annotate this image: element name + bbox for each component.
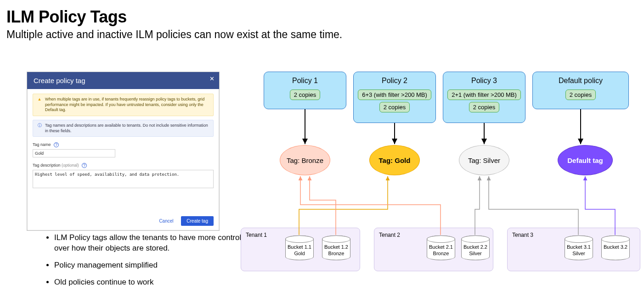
policy-rule-chip: 2 copies [290, 89, 320, 100]
bucket-label: Bucket 3.2 [602, 244, 629, 251]
page-subtitle: Multiple active and inactive ILM policie… [6, 28, 638, 41]
page-title: ILM Policy Tags [6, 8, 638, 26]
tag-node-silver: Tag: Silver [459, 145, 509, 175]
tenant-node-3: Tenant 3 Bucket 3.1Silver Bucket 3.2 [507, 228, 640, 271]
tag-description-optional: (optional) [62, 163, 79, 168]
modal-header: Create policy tag ✕ [27, 72, 219, 89]
policy-rule-chip: 6+3 (with filter >200 MB) [358, 89, 431, 100]
policy-rule-chip: 2 copies [565, 89, 596, 100]
bucket-icon: Bucket 2.2Silver [461, 235, 490, 260]
bucket-label: Bucket 1.1Gold [286, 244, 313, 257]
bullet-item: Policy management simplified [54, 260, 247, 271]
bucket-icon: Bucket 1.1Gold [285, 235, 314, 260]
bucket-label: Bucket 1.2Bronze [322, 244, 350, 257]
bucket-node: Bucket 2.2Silver [459, 235, 491, 261]
tag-node-default: Default tag [558, 145, 613, 175]
bucket-node: Bucket 1.2Bronze [320, 235, 352, 261]
policy-rule-chip: 2+1 (with filter >200 MB) [447, 89, 521, 100]
policy-node-1: Policy 1 2 copies [264, 72, 346, 109]
tag-node-gold: Tag: Gold [369, 145, 420, 175]
policy-title: Policy 2 [356, 77, 433, 85]
bucket-icon: Bucket 2.1Bronze [427, 235, 455, 260]
tenant-label: Tenant 3 [512, 232, 533, 238]
bucket-label: Bucket 2.2Silver [462, 244, 489, 257]
policy-tag-diagram: Policy 1 2 copies Policy 2 6+3 (with fil… [264, 72, 640, 296]
bucket-icon: Bucket 1.2Bronze [322, 235, 350, 260]
bullet-item: Old policies continue to work [54, 277, 247, 288]
modal-title: Create policy tag [34, 77, 85, 84]
close-icon[interactable]: ✕ [208, 76, 215, 83]
policy-title: Policy 3 [446, 77, 522, 85]
tenant-node-2: Tenant 2 Bucket 2.1Bronze Bucket 2.2Silv… [374, 228, 493, 271]
bullet-item: ILM Policy tags allow the tenants to hav… [54, 233, 247, 254]
alert-warning: ▲ When multiple tags are in use, if tena… [33, 94, 214, 116]
tenant-label: Tenant 1 [246, 232, 267, 238]
policy-title: Default policy [536, 77, 626, 85]
create-tag-button[interactable]: Create tag [181, 216, 214, 226]
tag-name-label-text: Tag name [33, 142, 51, 147]
bucket-node: Bucket 3.1Silver [563, 235, 595, 261]
policy-node-default: Default policy 2 copies [532, 72, 629, 109]
tag-name-label: Tag name ? [33, 142, 59, 147]
policy-title: Policy 1 [267, 77, 343, 85]
alert-info: ⓘ Tag names and descriptions are availab… [33, 120, 214, 137]
tag-description-input[interactable]: Highest level of speed, availability, an… [33, 170, 214, 188]
bucket-icon: Bucket 3.2 [601, 235, 630, 260]
tenant-label: Tenant 2 [379, 232, 400, 238]
policy-rule-chip: 2 copies [379, 102, 410, 112]
tenant-node-1: Tenant 1 Bucket 1.1Gold Bucket 1.2Bronze [241, 228, 360, 271]
bucket-node: Bucket 3.2 [599, 235, 632, 261]
tag-description-label: Tag description (optional) ? [33, 163, 87, 168]
bucket-label: Bucket 2.1Bronze [427, 244, 455, 257]
warning-icon: ▲ [37, 97, 42, 113]
alert-warning-text: When multiple tags are in use, if tenant… [45, 97, 209, 113]
tag-description-label-text: Tag description [33, 163, 61, 168]
help-icon[interactable]: ? [82, 163, 87, 168]
tag-node-bronze: Tag: Bronze [280, 145, 330, 175]
bucket-node: Bucket 1.1Gold [283, 235, 316, 261]
cancel-button[interactable]: Cancel [159, 218, 173, 224]
bucket-label: Bucket 3.1Silver [565, 244, 593, 257]
bucket-node: Bucket 2.1Bronze [425, 235, 457, 261]
policy-node-2: Policy 2 6+3 (with filter >200 MB) 2 cop… [353, 72, 436, 123]
info-icon: ⓘ [37, 123, 42, 134]
feature-bullets: ILM Policy tags allow the tenants to hav… [36, 233, 247, 294]
policy-node-3: Policy 3 2+1 (with filter >200 MB) 2 cop… [443, 72, 525, 123]
create-policy-tag-modal: Create policy tag ✕ ▲ When multiple tags… [27, 72, 220, 231]
tag-name-input[interactable] [33, 149, 115, 157]
help-icon[interactable]: ? [54, 142, 59, 147]
alert-info-text: Tag names and descriptions are available… [45, 123, 209, 134]
bucket-icon: Bucket 3.1Silver [565, 235, 593, 260]
policy-rule-chip: 2 copies [469, 102, 499, 112]
